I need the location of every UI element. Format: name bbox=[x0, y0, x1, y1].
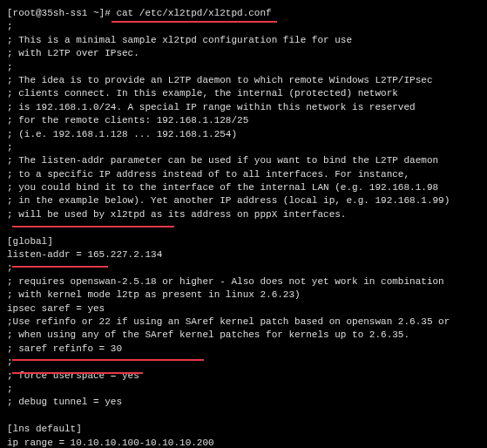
config-line: ipsec saref = yes bbox=[7, 302, 480, 316]
config-line: ; bbox=[7, 141, 480, 154]
config-line: ; with L2TP over IPsec. bbox=[7, 47, 480, 60]
highlight-underline bbox=[112, 21, 277, 23]
config-line: ; clients connect. In this example, the … bbox=[7, 87, 480, 100]
config-line: ; you could bind it to the interface of … bbox=[7, 181, 480, 194]
config-line: ; bbox=[7, 383, 480, 396]
config-line: ; in the example below). Yet another IP … bbox=[7, 194, 480, 207]
config-file-content: ;; This is a minimal sample xl2tpd confi… bbox=[7, 20, 480, 448]
config-line: ; when using any of the SAref kernel pat… bbox=[7, 329, 480, 342]
config-line: ; bbox=[7, 61, 480, 74]
config-line: ; debug tunnel = yes bbox=[7, 396, 480, 409]
config-line: ; will be used by xl2tpd as its address … bbox=[7, 208, 480, 221]
config-line: ; with kernel mode l2tp as present in li… bbox=[7, 288, 480, 302]
config-line: ; The idea is to provide an L2TP daemon … bbox=[7, 74, 480, 87]
config-line: [global] bbox=[7, 235, 480, 248]
config-line: ; This is a minimal sample xl2tpd config… bbox=[7, 34, 480, 47]
terminal-output: [root@35sh-ss1 ~]# cat /etc/xl2tpd/xl2tp… bbox=[7, 7, 480, 448]
config-line: ; force userspace = yes bbox=[7, 370, 480, 383]
config-line: ; bbox=[7, 261, 480, 275]
highlight-underline bbox=[12, 266, 108, 268]
highlight-underline bbox=[12, 226, 174, 227]
config-line: ; requires openswan-2.5.18 or higher - A… bbox=[7, 275, 480, 288]
highlight-underline bbox=[12, 372, 143, 374]
shell-prompt-line: [root@35sh-ss1 ~]# cat /etc/xl2tpd/xl2tp… bbox=[7, 7, 480, 20]
config-line: ; to a specific IP address instead of to… bbox=[7, 168, 480, 181]
config-line: ; bbox=[7, 356, 480, 369]
config-line: ; The listen-addr parameter can be used … bbox=[7, 154, 480, 167]
config-line: ; for the remote clients: 192.168.1.128/… bbox=[7, 114, 480, 127]
config-line bbox=[7, 221, 480, 234]
config-line: ip range = 10.10.10.100-10.10.10.200 bbox=[7, 437, 480, 449]
config-line bbox=[7, 410, 480, 423]
config-line: ; (i.e. 192.168.1.128 ... 192.168.1.254) bbox=[7, 128, 480, 141]
highlight-underline bbox=[12, 359, 204, 361]
config-line: ; saref refinfo = 30 bbox=[7, 343, 480, 356]
config-line: ;Use refinfo or 22 if using an SAref ker… bbox=[7, 316, 480, 329]
config-line: listen-addr = 165.227.2.134 bbox=[7, 248, 480, 261]
config-line: ; is 192.168.1.0/24. A special IP range … bbox=[7, 101, 480, 114]
config-line: [lns default] bbox=[7, 423, 480, 436]
